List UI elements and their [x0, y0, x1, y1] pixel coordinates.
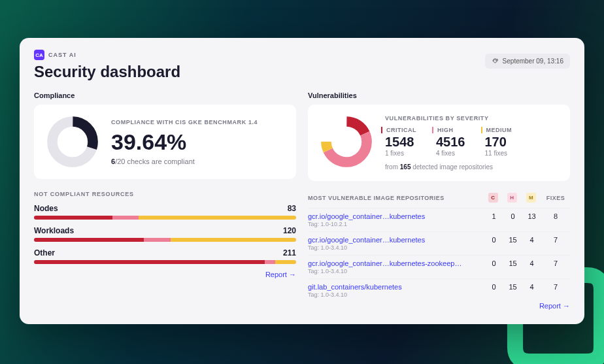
- resource-bar: [34, 260, 296, 264]
- page-title: Security dashboard: [34, 63, 180, 81]
- repos-header: MOST VULNERABLE IMAGE REPOSITORIES C H M…: [308, 193, 570, 203]
- repo-high: 15: [503, 236, 522, 244]
- severity-label: HIGH: [432, 127, 465, 133]
- compliance-report-link[interactable]: Report: [34, 271, 296, 278]
- repo-high: 15: [503, 283, 522, 291]
- severity-stat: MEDIUM17011 fixes: [475, 127, 522, 157]
- compliance-column: Compliance COMPLIANCE WITH CIS GKE BENCH…: [34, 91, 296, 310]
- vulnerabilities-footer: from 165 detected image repositories: [385, 163, 558, 171]
- refresh-timestamp: September 09, 13:16: [503, 58, 563, 65]
- repo-medium: 13: [522, 212, 541, 220]
- brand-badge: CA: [34, 50, 44, 60]
- repo-high: 0: [503, 212, 522, 220]
- repo-critical: 0: [484, 283, 503, 291]
- repo-medium: 4: [522, 236, 541, 244]
- compliance-panel: COMPLIANCE WITH CIS GKE BENCHMARK 1.4 39…: [34, 105, 296, 179]
- vulnerabilities-section-label: Vulnerabilities: [308, 91, 570, 99]
- chip-medium: M: [526, 193, 536, 203]
- brand-row: CA CAST AI: [34, 50, 180, 60]
- severity-count: 1548: [385, 135, 416, 150]
- compliance-checks: 6/20 checks are compliant: [111, 157, 258, 165]
- resource-count: 211: [283, 248, 296, 257]
- repo-tag: Tag: 1.0-10.2.1: [308, 221, 484, 227]
- severity-fixes: 4 fixes: [436, 150, 465, 157]
- repo-tag: Tag: 1.0-3.4.10: [308, 268, 484, 274]
- resource-bar: [34, 216, 296, 220]
- vulnerabilities-subtitle: VULNERABILITIES BY SEVERITY: [385, 115, 558, 122]
- repo-tag: Tag: 1.0-3.4.10: [308, 244, 484, 251]
- severity-stat: CRITICAL15481 fixes: [385, 127, 426, 157]
- refresh-icon: [492, 58, 499, 65]
- resource-bar: [34, 238, 296, 242]
- repo-critical: 0: [484, 259, 503, 267]
- vulnerabilities-report-link[interactable]: Report: [308, 302, 570, 310]
- resource-count: 120: [283, 226, 296, 235]
- repo-row: git.lab_containers/kubernetesTag: 1.0-3.…: [308, 278, 570, 302]
- resource-row: Other211: [34, 248, 296, 264]
- severity-label: CRITICAL: [381, 127, 416, 133]
- fixes-column-header: FIXES: [541, 195, 570, 201]
- repo-critical: 0: [484, 236, 503, 244]
- vulnerabilities-panel: VULNERABILITIES BY SEVERITY CRITICAL1548…: [308, 105, 570, 181]
- repos-label: MOST VULNERABLE IMAGE REPOSITORIES: [308, 195, 445, 201]
- severity-fixes: 1 fixes: [385, 150, 416, 157]
- non-compliant-label: NOT COMPLIANT RESOURCES: [34, 191, 296, 197]
- resource-row: Workloads120: [34, 226, 296, 242]
- repo-fixes: 7: [541, 236, 570, 244]
- resource-name: Nodes: [34, 204, 58, 213]
- repo-row: gcr.io/google_container…kubernetes-zooke…: [308, 255, 570, 278]
- refresh-button[interactable]: September 09, 13:16: [485, 54, 570, 69]
- severity-stat: HIGH45164 fixes: [426, 127, 475, 157]
- resource-name: Other: [34, 248, 55, 257]
- severity-fixes: 11 fixes: [485, 150, 512, 157]
- chip-critical: C: [488, 193, 498, 203]
- repo-row: gcr.io/google_container…kubernetesTag: 1…: [308, 208, 570, 231]
- resource-row: Nodes83: [34, 204, 296, 220]
- severity-count: 170: [485, 135, 512, 150]
- repo-critical: 1: [484, 212, 503, 220]
- severity-label: MEDIUM: [481, 127, 512, 133]
- compliance-section-label: Compliance: [34, 91, 296, 99]
- dashboard-card: CA CAST AI Security dashboard September …: [20, 38, 584, 324]
- compliance-percent: 39.64%: [111, 129, 258, 155]
- resource-count: 83: [288, 204, 296, 213]
- repo-fixes: 7: [541, 259, 570, 267]
- repo-tag: Tag: 1.0-3.4.10: [308, 291, 484, 298]
- chip-high: H: [507, 193, 517, 203]
- repo-link[interactable]: git.lab_containers/kubernetes: [308, 283, 484, 291]
- repo-medium: 4: [522, 259, 541, 267]
- repo-row: gcr.io/google_container…kubernetesTag: 1…: [308, 231, 570, 255]
- compliance-donut: [46, 115, 99, 169]
- vulnerabilities-donut: [320, 115, 373, 169]
- resource-name: Workloads: [34, 226, 74, 235]
- repo-link[interactable]: gcr.io/google_container…kubernetes: [308, 236, 484, 244]
- repo-fixes: 8: [541, 212, 570, 220]
- compliance-subtitle: COMPLIANCE WITH CIS GKE BENCHMARK 1.4: [111, 119, 258, 125]
- repo-fixes: 7: [541, 283, 570, 291]
- severity-count: 4516: [436, 135, 465, 150]
- repo-high: 15: [503, 259, 522, 267]
- repo-link[interactable]: gcr.io/google_container…kubernetes: [308, 212, 484, 220]
- repo-link[interactable]: gcr.io/google_container…kubernetes-zooke…: [308, 259, 484, 267]
- repo-medium: 4: [522, 283, 541, 291]
- vulnerabilities-column: Vulnerabilities VULNERABILITIES BY SEVER…: [308, 91, 570, 310]
- brand-text: CAST AI: [48, 52, 76, 58]
